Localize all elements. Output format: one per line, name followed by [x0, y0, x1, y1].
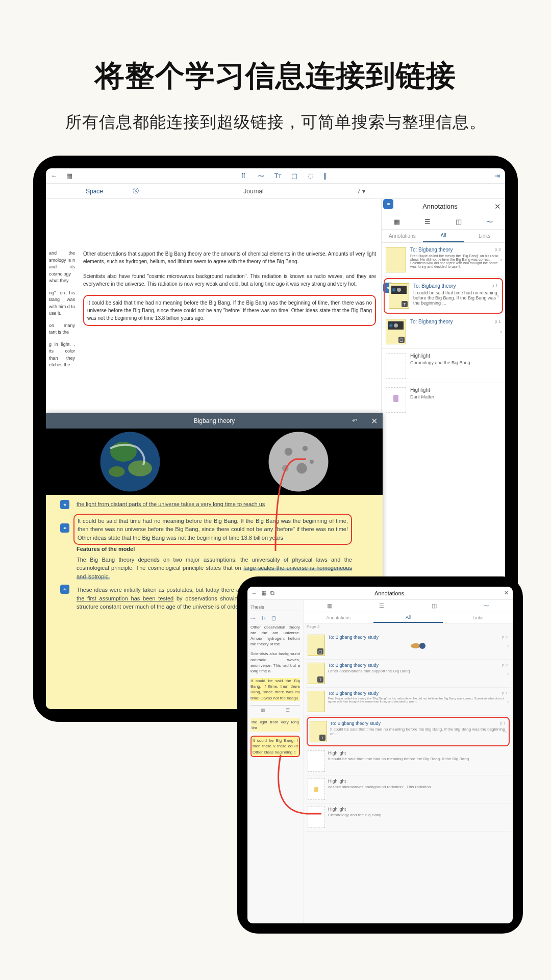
annotation-item[interactable]: To: Bigbang theory Fred Hoyle called the…: [382, 243, 505, 277]
bookmark-icon[interactable]: ◫: [456, 218, 462, 225]
marketing-title: 将整个学习信息连接到链接: [0, 0, 551, 96]
annotation-item[interactable]: Highlightcosmic microwaves background ra…: [306, 775, 511, 803]
close-icon[interactable]: ✕: [371, 416, 378, 426]
svg-point-6: [303, 446, 308, 451]
chevron-right-icon: ›: [500, 328, 502, 335]
annotation-item[interactable]: HighlightChronology and the Big Bang: [306, 803, 511, 832]
view-list-icon[interactable]: ☰: [379, 602, 384, 609]
journal-label: Journal: [243, 188, 263, 195]
image-tool-icon[interactable]: ▢: [271, 615, 276, 622]
phone-device: ← ▦ ⧉ Annotations ✕ ▦ ☰ ◫ ⁓ Annotations …: [237, 576, 523, 934]
svg-point-0: [101, 432, 160, 492]
svg-point-3: [109, 466, 124, 477]
thumbnail: [308, 778, 325, 800]
thumbnail: [308, 750, 325, 772]
pen-tool-icon[interactable]: ⁓: [251, 615, 256, 622]
marketing-sub: 所有信息都能连接到超级链接，可简单搜索与整理信息。: [0, 111, 551, 134]
overlay-title: Bigbang theory: [194, 417, 235, 424]
thumbnail: [386, 353, 406, 379]
tab-all[interactable]: All: [373, 612, 443, 623]
apps-icon[interactable]: ⠿: [239, 172, 247, 180]
text-tool-icon[interactable]: Tт: [274, 172, 282, 180]
svg-point-7: [296, 463, 307, 474]
annotation-item[interactable]: HighlightIt could be said that time had …: [306, 747, 511, 775]
page-indicator: Page 2: [304, 623, 322, 630]
selected-paragraph[interactable]: It could be said that time had no meanin…: [83, 295, 376, 326]
grid-icon[interactable]: ▦: [65, 172, 73, 180]
thumbnail: [308, 691, 325, 712]
close-space-icon[interactable]: ⓧ: [133, 187, 139, 195]
phone-annotation-list: ▢ To: Bigbang theory study p 2 › T To: B…: [304, 587, 513, 923]
svg-point-8: [282, 465, 289, 472]
moon-image: [214, 429, 383, 495]
phone-doc-strip: Thesis ⁓ Tт ▢ Other observation theory a…: [247, 587, 304, 923]
overlay-selected-paragraph[interactable]: It could be said that time had no meanin…: [73, 514, 352, 545]
thumbnail: ▢: [386, 319, 406, 344]
comment-tool-icon[interactable]: ◌: [308, 172, 313, 180]
top-toolbar: ← ▦ ⠿ ⁓ Tт ▢ ◌ ‖ ⇥: [46, 168, 505, 184]
earth-image: [46, 429, 214, 495]
view-list-icon[interactable]: ☰: [286, 707, 290, 714]
annotation-item[interactable]: Highlight Chronology and the Big Bang: [382, 349, 505, 383]
chevron-right-icon: ›: [497, 292, 499, 299]
scribble-icon[interactable]: ⁓: [486, 218, 493, 225]
close-icon[interactable]: ✕: [504, 590, 509, 596]
back-icon[interactable]: ←: [50, 172, 58, 180]
space-label[interactable]: Space: [86, 188, 103, 195]
chevron-right-icon: ›: [507, 699, 509, 705]
tab-annotations[interactable]: Annotations: [304, 612, 373, 623]
chevron-right-icon: ›: [507, 671, 509, 676]
svg-point-2: [128, 460, 152, 476]
page-number[interactable]: 7 ▾: [357, 188, 365, 195]
view-grid-icon[interactable]: ▦: [261, 707, 265, 714]
thumbnail: ▢: [308, 635, 325, 656]
undo-icon[interactable]: ↶: [352, 417, 357, 424]
tab-links[interactable]: Links: [443, 612, 513, 623]
scribble-icon[interactable]: ⁓: [484, 602, 489, 609]
tab-all[interactable]: All: [423, 230, 464, 242]
annotation-item[interactable]: ▢ To: Bigbang theory p 1 ›: [382, 315, 505, 349]
thumbnail: [386, 247, 406, 272]
thumbnail: [386, 387, 406, 413]
chevron-right-icon: ›: [505, 729, 507, 735]
svg-point-11: [419, 643, 425, 649]
thumbnail: [308, 807, 325, 828]
svg-point-4: [269, 432, 329, 492]
annotation-item[interactable]: T To: Bigbang theory studyOther observat…: [306, 660, 511, 688]
tab-links[interactable]: Links: [464, 230, 505, 242]
bookmark-icon[interactable]: ◫: [432, 602, 437, 609]
annotation-item[interactable]: ▢ To: Bigbang theory study p 2 ›: [306, 632, 511, 660]
panel-title: Annotations: [386, 203, 494, 210]
chevron-right-icon: ›: [507, 643, 509, 648]
svg-point-9: [310, 460, 314, 464]
back-icon[interactable]: ←: [252, 590, 257, 596]
grid-icon[interactable]: ▦: [261, 590, 266, 596]
image-tool-icon[interactable]: ▢: [291, 172, 297, 180]
thumbnail: T: [310, 721, 327, 742]
annotation-item[interactable]: To: Bigbang theory studyFred Hoyle calle…: [306, 688, 511, 716]
text-tool-icon[interactable]: Tт: [261, 615, 266, 622]
svg-point-5: [285, 448, 293, 456]
link-icon[interactable]: ⚭: [60, 585, 69, 594]
phone-panel-title: Annotations: [274, 590, 504, 596]
close-panel-icon[interactable]: ✕: [494, 202, 501, 211]
thumbnail: T: [389, 283, 409, 309]
annotation-item-selected[interactable]: T To: Bigbang theory It could be said th…: [384, 278, 503, 314]
thumbnail: T: [308, 663, 325, 684]
pen-tool-icon[interactable]: ⁓: [258, 172, 264, 180]
annotation-item[interactable]: Highlight Dark Matter: [382, 383, 505, 417]
annotation-item-selected[interactable]: T To: Bigbang theory studyIt could be sa…: [307, 717, 510, 746]
pause-icon[interactable]: ‖: [323, 172, 327, 180]
link-icon[interactable]: ⚭: [60, 500, 69, 509]
expand-icon[interactable]: ⇥: [493, 172, 501, 180]
chevron-right-icon: ›: [500, 256, 502, 263]
copy-icon[interactable]: ⧉: [270, 590, 274, 596]
view-list-icon[interactable]: ☰: [424, 218, 431, 225]
link-badge-icon[interactable]: ⚭: [383, 199, 393, 209]
view-grid-icon[interactable]: ▦: [394, 218, 400, 225]
link-icon[interactable]: ⚭: [60, 523, 69, 533]
tab-annotations[interactable]: Annotations: [382, 230, 423, 242]
view-grid-icon[interactable]: ▦: [327, 602, 332, 609]
